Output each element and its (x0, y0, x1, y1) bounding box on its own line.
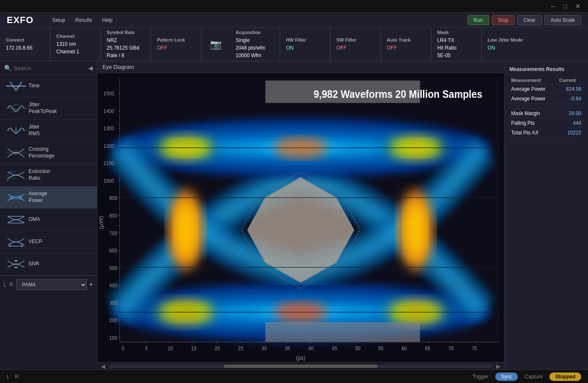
svg-text:30: 30 (261, 345, 267, 352)
pattern-lock-label: Pattern Lock (157, 37, 195, 42)
table-row: Average Power 824.58 (509, 84, 583, 94)
connect-label: Connect (6, 37, 44, 42)
svg-text:60: 60 (402, 345, 407, 352)
stopped-button[interactable]: Stopped (549, 373, 581, 381)
main-content: 🔍 ◀ Time (0, 61, 588, 370)
svg-text:35: 35 (285, 345, 290, 352)
svg-text:1300: 1300 (103, 126, 114, 132)
mask-block: Mask LR4 TX Hit Ratio 5E-05 (431, 28, 482, 61)
sidebar-item-jitter-peak[interactable]: Jitter PeakToPeak (0, 97, 97, 120)
search-input[interactable] (14, 65, 88, 71)
svg-text:15: 15 (191, 345, 197, 352)
sidebar-item-jitter-rms[interactable]: Jitter RMS (0, 120, 97, 142)
diagram-area: Eye Diagram (97, 61, 504, 370)
svg-text:0: 0 (122, 345, 125, 352)
snr-icon (3, 256, 29, 273)
svg-text:10: 10 (168, 345, 173, 352)
statusbar: L R Trigger Sync Capture Stopped (0, 370, 588, 383)
close-button[interactable]: ✕ (571, 2, 585, 10)
hw-filter-label: HW Filter (286, 37, 324, 42)
menu-setup[interactable]: Setup (47, 16, 70, 25)
table-divider-row (509, 104, 583, 109)
sidebar-item-time-label: Time (29, 83, 39, 89)
diagram-scrollbar: ◀ ▶ (97, 362, 504, 370)
meas-col-measurement: Measurement (509, 76, 557, 84)
auto-track-label: Auto Track (387, 37, 425, 42)
clear-button[interactable]: Clear (517, 15, 542, 25)
scroll-right-arrow[interactable]: ▶ (494, 363, 502, 370)
svg-text:100: 100 (109, 335, 117, 341)
search-icon: 🔍 (4, 65, 11, 71)
capture-label: Capture (525, 374, 543, 380)
run-button[interactable]: Run (467, 15, 489, 25)
low-jitter-value: ON (488, 44, 526, 52)
meas-avg-power-label-1: Average Power (509, 84, 557, 94)
svg-text:500: 500 (109, 265, 117, 271)
lr-labels: L R (7, 374, 18, 380)
sidebar-item-avg-power[interactable]: Average Power (0, 186, 97, 209)
sync-button[interactable]: Sync (495, 373, 518, 381)
collapse-icon[interactable]: ◀ (88, 65, 93, 71)
maximize-button[interactable]: □ (559, 2, 571, 10)
menu-results[interactable]: Results (70, 16, 97, 25)
sw-filter-block: SW Filter OFF (331, 28, 381, 61)
acquisition-label: Acquisition (236, 30, 274, 35)
sidebar-item-avg-power-label: Average Power (29, 191, 47, 204)
diagram-header: Eye Diagram (97, 61, 504, 73)
meas-failing-pts-label: Failing Pts (509, 118, 557, 128)
svg-text:1000: 1000 (103, 178, 114, 184)
sidebar-item-crossing[interactable]: Crossing Percentage (0, 142, 97, 164)
svg-text:(μW): (μW) (98, 216, 104, 229)
sidebar-item-vecp[interactable]: VECP (0, 231, 97, 253)
svg-text:÷: ÷ (7, 174, 9, 178)
svg-text:70: 70 (448, 345, 454, 352)
svg-text:1200: 1200 (103, 143, 114, 149)
minimize-button[interactable]: ─ (547, 2, 559, 10)
acquisition-value: Single 2048 pts/wfm 10000 Wfm (236, 37, 274, 59)
sidebar-item-extinction-label: Extinction Ratio (29, 168, 50, 181)
extinction-icon: ÷ 0 (3, 167, 29, 184)
hw-filter-block: HW Filter ON (280, 28, 331, 61)
sidebar-item-time[interactable]: Time (0, 75, 97, 97)
svg-text:50: 50 (355, 345, 360, 352)
svg-text:300: 300 (109, 300, 117, 306)
auto-track-value: OFF (387, 44, 425, 52)
symbol-rate-value: NRZ 25.78125 GBd Rate / 8 (107, 37, 145, 59)
svg-text:1400: 1400 (103, 108, 114, 114)
stop-button[interactable]: Stop (492, 15, 515, 25)
sidebar-item-snr[interactable]: SNR (0, 253, 97, 275)
titlebar: ─ □ ✕ (0, 0, 588, 13)
sidebar-item-oma[interactable]: OMA (0, 209, 97, 231)
low-jitter-block: Low Jitter Mode ON (482, 28, 532, 61)
camera-icon[interactable]: 📷 (202, 28, 230, 61)
autoscale-button[interactable]: Auto Scale (544, 15, 581, 25)
sidebar-item-snr-label: SNR (29, 261, 39, 268)
diagram-container[interactable]: 9,982 Waveforms 20 Million Samples 100 2… (97, 73, 504, 362)
menubar: EXFO Setup Results Help Run Stop Clear A… (0, 13, 588, 28)
svg-text:9,982 Waveforms 20 Million Sam: 9,982 Waveforms 20 Million Samples (314, 88, 483, 100)
symbol-rate-block: Symbol Rate NRZ 25.78125 GBd Rate / 8 (101, 28, 151, 61)
svg-text:75: 75 (472, 345, 477, 352)
lr-left-label: L (7, 374, 9, 380)
svg-point-48 (404, 202, 427, 257)
lr-left: L (3, 282, 6, 288)
scroll-track[interactable] (109, 365, 493, 368)
lr-right-label: R (15, 374, 19, 380)
meas-mask-margin-label: Mask Margin (509, 109, 557, 118)
mask-label: Mask (437, 30, 475, 35)
avg-power-icon (3, 189, 29, 206)
sidebar-item-extinction[interactable]: ÷ 0 Extinction Ratio (0, 164, 97, 186)
meas-avg-power-label-2: Average Power (509, 94, 557, 104)
pattern-lock-value: OFF (157, 44, 195, 52)
menu-help[interactable]: Help (97, 16, 118, 25)
channel-label: Channel (56, 34, 94, 39)
scroll-left-arrow[interactable]: ◀ (99, 363, 107, 370)
svg-text:0: 0 (7, 178, 8, 181)
svg-point-46 (175, 202, 197, 257)
svg-text:5: 5 (145, 345, 148, 352)
channel-value: 1310 nm Channel 1 (56, 40, 94, 55)
scroll-thumb (224, 365, 378, 368)
meas-mask-margin-val: 29.00 (557, 109, 583, 118)
pam4-select[interactable]: PAM4 (16, 279, 87, 290)
svg-text:1500: 1500 (103, 91, 114, 97)
